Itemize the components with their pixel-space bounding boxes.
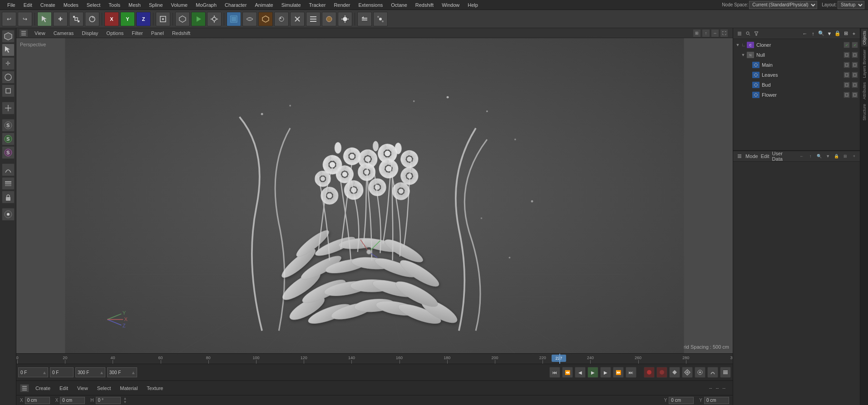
record-btn[interactable] (644, 367, 655, 378)
axis-z-btn[interactable]: Z (136, 12, 151, 26)
frame-start-input[interactable]: 0 F (19, 367, 41, 377)
obj-item-flower[interactable]: Flower (733, 90, 860, 100)
menu-file[interactable]: File (4, 1, 19, 9)
obj-item-main[interactable]: Main (733, 60, 860, 70)
snap-btn[interactable] (2, 163, 15, 176)
bottom-menu-select[interactable]: Select (94, 385, 114, 392)
obj-manager-btn[interactable] (306, 12, 321, 26)
obj-nav-up[interactable]: ↑ (810, 30, 816, 37)
flower-vis-2[interactable] (852, 92, 858, 98)
extra-btn[interactable] (2, 208, 15, 221)
dope-sheet-btn[interactable] (720, 367, 731, 378)
menu-spline[interactable]: Spline (145, 1, 167, 9)
move-tool-btn[interactable]: ✚ (53, 12, 68, 26)
vtab-structure[interactable]: Structure (861, 102, 868, 123)
menu-help[interactable]: Help (464, 1, 482, 9)
null-expand-arrow[interactable]: ▼ (740, 53, 746, 57)
objects-hamburger[interactable] (736, 30, 743, 37)
prev-keyframe-btn[interactable]: ◀ (575, 367, 586, 378)
vtab-attributes[interactable]: Attributes (861, 80, 868, 101)
attr-back-btn[interactable]: ← (799, 153, 804, 159)
shading-btn-1[interactable] (227, 12, 241, 26)
attr-search-btn[interactable]: 🔍 (816, 153, 822, 159)
mode-scale-btn[interactable] (2, 84, 15, 97)
view-menu-panel[interactable]: Panel (148, 30, 168, 37)
goto-start-btn[interactable]: ⏮ (549, 367, 560, 378)
menu-window[interactable]: Window (438, 1, 463, 9)
letter-s-btn3[interactable]: S (2, 146, 15, 159)
bottom-menu-create[interactable]: Create (33, 385, 53, 392)
menu-redshift[interactable]: Redshift (412, 1, 437, 9)
rotate-tool-btn[interactable] (85, 12, 99, 26)
shading-btn-4[interactable] (274, 12, 289, 26)
keyframe-btn[interactable] (669, 367, 680, 378)
param1-btn[interactable] (2, 102, 15, 114)
attr-maximize-btn[interactable]: ⊞ (843, 153, 848, 159)
timeline-mode-btn[interactable] (695, 367, 705, 378)
nodespace-select[interactable]: Current (Standard/Physical) (749, 1, 817, 9)
mode-move-btn[interactable]: ✛ (2, 57, 15, 70)
attr-lock-btn[interactable]: 🔒 (833, 153, 839, 159)
obj-item-bud[interactable]: Bud (733, 80, 860, 90)
menu-volume[interactable]: Volume (168, 1, 192, 9)
obj-item-null[interactable]: ▼ N Null (733, 50, 860, 60)
more-btn2[interactable] (373, 12, 388, 26)
view-ctrl-3[interactable]: ↔ (711, 29, 719, 37)
attr-expand-btn[interactable]: + (851, 153, 857, 159)
redo-btn[interactable]: ↪ (18, 12, 32, 26)
obj-filter-btn[interactable]: ▼ (826, 30, 833, 37)
menu-animate[interactable]: Animate (251, 1, 276, 9)
menu-select[interactable]: Select (83, 1, 104, 9)
layout-select[interactable]: Startup (838, 1, 864, 9)
menu-mesh[interactable]: Mesh (125, 1, 144, 9)
bottom-menu-view[interactable]: View (74, 385, 91, 392)
attr-hamburger[interactable] (736, 153, 743, 160)
vtab-objects[interactable]: Objects (861, 29, 868, 47)
obj-mode-btn[interactable] (175, 12, 190, 26)
lock-btn[interactable] (2, 191, 15, 203)
select-tool-btn[interactable] (37, 12, 52, 26)
menu-create[interactable]: Create (37, 1, 59, 9)
view-menu-filter[interactable]: Filter (128, 30, 146, 37)
view-hamburger-btn[interactable] (19, 29, 28, 37)
prev-frame-btn[interactable]: ⏪ (562, 367, 573, 378)
view-menu-redshift[interactable]: Redshift (168, 30, 194, 37)
coord-y2-input[interactable] (704, 397, 729, 404)
menu-simulate[interactable]: Simulate (278, 1, 305, 9)
leaves-vis-1[interactable] (843, 72, 850, 78)
menu-render[interactable]: Render (330, 1, 354, 9)
next-keyframe-btn[interactable]: ▶ (600, 367, 611, 378)
menu-extensions[interactable]: Extensions (355, 1, 386, 9)
menu-modes[interactable]: Modes (60, 1, 82, 9)
light-btn[interactable] (338, 12, 352, 26)
view-menu-cameras[interactable]: Cameras (50, 30, 78, 37)
shading-btn-2[interactable] (242, 12, 257, 26)
menu-character[interactable]: Character (221, 1, 250, 9)
auto-key-btn[interactable] (656, 367, 667, 378)
frame-current-input-left[interactable] (50, 367, 73, 377)
motion-path-btn[interactable] (707, 367, 718, 378)
bud-vis-1[interactable] (843, 82, 850, 88)
coord-y1-input[interactable] (669, 397, 694, 404)
null-vis-2[interactable] (852, 52, 858, 58)
coord-x2-input[interactable] (60, 397, 85, 404)
menu-tracker[interactable]: Tracker (306, 1, 330, 9)
attr-userdata-btn[interactable]: User Data (772, 151, 794, 162)
view-ctrl-2[interactable]: ↑ (702, 29, 710, 37)
view-menu-display[interactable]: Display (78, 30, 102, 37)
coord-h-down[interactable]: ▼ (123, 400, 127, 404)
bottom-menu-texture[interactable]: Texture (144, 385, 166, 392)
coord-h-input[interactable] (96, 397, 121, 404)
menu-octane[interactable]: Octane (387, 1, 410, 9)
mode-select-btn[interactable] (2, 44, 15, 56)
scale-tool-btn[interactable] (69, 12, 84, 26)
frame-end-input[interactable]: 300 F (76, 367, 99, 377)
render-settings-btn[interactable] (207, 12, 222, 26)
shading-btn-5[interactable] (290, 12, 305, 26)
vtab-layers-browser[interactable]: Layers Browser (861, 48, 868, 80)
timeline-playhead[interactable] (559, 354, 560, 364)
attr-mode-btn[interactable]: Mode (745, 153, 758, 159)
goto-end-btn[interactable]: ⏭ (626, 367, 636, 378)
obj-search-btn[interactable]: 🔍 (818, 30, 824, 37)
letter-s-btn2[interactable]: S (2, 133, 15, 145)
